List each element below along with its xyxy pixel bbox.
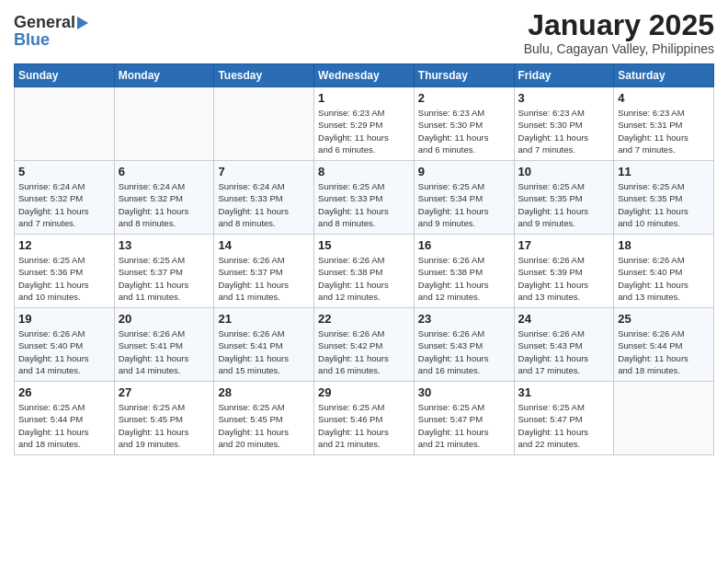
logo-arrow-icon <box>77 17 88 29</box>
day-info: Sunrise: 6:26 AM Sunset: 5:44 PM Dayligh… <box>618 327 710 376</box>
day-number: 19 <box>18 312 110 326</box>
day-info: Sunrise: 6:25 AM Sunset: 5:36 PM Dayligh… <box>18 254 110 303</box>
calendar-cell: 29Sunrise: 6:25 AM Sunset: 5:46 PM Dayli… <box>314 382 415 455</box>
calendar-cell: 2Sunrise: 6:23 AM Sunset: 5:30 PM Daylig… <box>414 87 514 161</box>
calendar-cell: 27Sunrise: 6:25 AM Sunset: 5:45 PM Dayli… <box>114 382 214 455</box>
day-info: Sunrise: 6:24 AM Sunset: 5:33 PM Dayligh… <box>218 180 310 229</box>
day-info: Sunrise: 6:26 AM Sunset: 5:41 PM Dayligh… <box>119 327 210 376</box>
day-number: 28 <box>218 385 310 399</box>
calendar-week-row: 12Sunrise: 6:25 AM Sunset: 5:36 PM Dayli… <box>15 235 714 308</box>
calendar-header-row: SundayMondayTuesdayWednesdayThursdayFrid… <box>15 64 714 87</box>
day-number: 7 <box>218 165 310 178</box>
day-number: 14 <box>218 238 310 252</box>
calendar-cell: 25Sunrise: 6:26 AM Sunset: 5:44 PM Dayli… <box>614 308 714 382</box>
title-block: January 2025 Bulu, Cagayan Valley, Phili… <box>524 9 714 56</box>
calendar-week-row: 26Sunrise: 6:25 AM Sunset: 5:44 PM Dayli… <box>15 382 714 455</box>
day-number: 3 <box>518 91 610 105</box>
calendar-cell: 28Sunrise: 6:25 AM Sunset: 5:45 PM Dayli… <box>214 382 314 455</box>
day-of-week-header: Tuesday <box>214 64 314 87</box>
day-info: Sunrise: 6:24 AM Sunset: 5:32 PM Dayligh… <box>119 180 210 229</box>
day-of-week-header: Sunday <box>15 64 115 87</box>
day-number: 26 <box>18 385 110 399</box>
calendar-cell: 26Sunrise: 6:25 AM Sunset: 5:44 PM Dayli… <box>15 382 115 455</box>
day-of-week-header: Wednesday <box>314 64 415 87</box>
calendar-cell: 18Sunrise: 6:26 AM Sunset: 5:40 PM Dayli… <box>614 235 714 308</box>
calendar-cell: 16Sunrise: 6:26 AM Sunset: 5:38 PM Dayli… <box>414 235 514 308</box>
day-number: 15 <box>318 238 410 252</box>
day-of-week-header: Thursday <box>414 64 514 87</box>
day-info: Sunrise: 6:25 AM Sunset: 5:34 PM Dayligh… <box>418 180 510 229</box>
calendar-cell: 23Sunrise: 6:26 AM Sunset: 5:43 PM Dayli… <box>414 308 514 382</box>
calendar-cell <box>15 87 115 161</box>
calendar-cell: 9Sunrise: 6:25 AM Sunset: 5:34 PM Daylig… <box>414 161 514 235</box>
calendar-cell: 22Sunrise: 6:26 AM Sunset: 5:42 PM Dayli… <box>314 308 415 382</box>
day-number: 13 <box>119 238 210 252</box>
day-number: 11 <box>618 165 710 178</box>
day-info: Sunrise: 6:23 AM Sunset: 5:30 PM Dayligh… <box>518 107 610 155</box>
day-number: 25 <box>618 312 710 326</box>
day-info: Sunrise: 6:26 AM Sunset: 5:40 PM Dayligh… <box>618 254 710 303</box>
calendar-cell: 11Sunrise: 6:25 AM Sunset: 5:35 PM Dayli… <box>614 161 714 235</box>
day-number: 2 <box>418 91 510 105</box>
day-number: 16 <box>418 238 510 252</box>
calendar-cell: 14Sunrise: 6:26 AM Sunset: 5:37 PM Dayli… <box>214 235 314 308</box>
day-info: Sunrise: 6:25 AM Sunset: 5:37 PM Dayligh… <box>119 254 210 303</box>
calendar-cell <box>614 382 714 455</box>
day-number: 1 <box>318 91 410 105</box>
calendar-cell: 31Sunrise: 6:25 AM Sunset: 5:47 PM Dayli… <box>514 382 614 455</box>
day-number: 9 <box>418 165 510 178</box>
day-info: Sunrise: 6:26 AM Sunset: 5:43 PM Dayligh… <box>518 327 610 376</box>
day-info: Sunrise: 6:26 AM Sunset: 5:43 PM Dayligh… <box>418 327 510 376</box>
day-of-week-header: Friday <box>514 64 614 87</box>
day-info: Sunrise: 6:25 AM Sunset: 5:45 PM Dayligh… <box>119 401 210 450</box>
calendar-week-row: 5Sunrise: 6:24 AM Sunset: 5:32 PM Daylig… <box>15 161 714 235</box>
day-number: 27 <box>119 385 210 399</box>
day-info: Sunrise: 6:23 AM Sunset: 5:29 PM Dayligh… <box>318 107 410 155</box>
calendar-cell: 21Sunrise: 6:26 AM Sunset: 5:41 PM Dayli… <box>214 308 314 382</box>
day-number: 22 <box>318 312 410 326</box>
day-number: 24 <box>518 312 610 326</box>
calendar-cell: 30Sunrise: 6:25 AM Sunset: 5:47 PM Dayli… <box>414 382 514 455</box>
calendar-cell: 19Sunrise: 6:26 AM Sunset: 5:40 PM Dayli… <box>15 308 115 382</box>
calendar-cell: 10Sunrise: 6:25 AM Sunset: 5:35 PM Dayli… <box>514 161 614 235</box>
day-info: Sunrise: 6:25 AM Sunset: 5:33 PM Dayligh… <box>318 180 410 229</box>
logo-general-text: General <box>14 13 75 32</box>
calendar-cell: 4Sunrise: 6:23 AM Sunset: 5:31 PM Daylig… <box>614 87 714 161</box>
day-info: Sunrise: 6:26 AM Sunset: 5:37 PM Dayligh… <box>218 254 310 303</box>
day-number: 18 <box>618 238 710 252</box>
day-number: 12 <box>18 238 110 252</box>
day-number: 8 <box>318 165 410 178</box>
day-info: Sunrise: 6:25 AM Sunset: 5:47 PM Dayligh… <box>418 401 510 450</box>
calendar-week-row: 1Sunrise: 6:23 AM Sunset: 5:29 PM Daylig… <box>15 87 714 161</box>
day-number: 29 <box>318 385 410 399</box>
calendar-cell: 20Sunrise: 6:26 AM Sunset: 5:41 PM Dayli… <box>114 308 214 382</box>
day-number: 6 <box>119 165 210 178</box>
calendar-cell: 24Sunrise: 6:26 AM Sunset: 5:43 PM Dayli… <box>514 308 614 382</box>
day-of-week-header: Monday <box>114 64 214 87</box>
day-info: Sunrise: 6:26 AM Sunset: 5:40 PM Dayligh… <box>18 327 110 376</box>
day-info: Sunrise: 6:25 AM Sunset: 5:46 PM Dayligh… <box>318 401 410 450</box>
calendar-title: January 2025 <box>524 9 714 41</box>
day-number: 23 <box>418 312 510 326</box>
calendar-cell: 12Sunrise: 6:25 AM Sunset: 5:36 PM Dayli… <box>15 235 115 308</box>
day-info: Sunrise: 6:25 AM Sunset: 5:44 PM Dayligh… <box>18 401 110 450</box>
day-number: 21 <box>218 312 310 326</box>
logo-blue-text: Blue <box>14 30 50 50</box>
day-info: Sunrise: 6:25 AM Sunset: 5:47 PM Dayligh… <box>518 401 610 450</box>
day-info: Sunrise: 6:26 AM Sunset: 5:38 PM Dayligh… <box>418 254 510 303</box>
calendar-week-row: 19Sunrise: 6:26 AM Sunset: 5:40 PM Dayli… <box>15 308 714 382</box>
day-info: Sunrise: 6:25 AM Sunset: 5:35 PM Dayligh… <box>518 180 610 229</box>
calendar-cell: 5Sunrise: 6:24 AM Sunset: 5:32 PM Daylig… <box>15 161 115 235</box>
calendar-cell: 15Sunrise: 6:26 AM Sunset: 5:38 PM Dayli… <box>314 235 415 308</box>
day-number: 17 <box>518 238 610 252</box>
day-info: Sunrise: 6:24 AM Sunset: 5:32 PM Dayligh… <box>18 180 110 229</box>
day-info: Sunrise: 6:23 AM Sunset: 5:31 PM Dayligh… <box>618 107 710 155</box>
day-number: 20 <box>119 312 210 326</box>
calendar-cell: 1Sunrise: 6:23 AM Sunset: 5:29 PM Daylig… <box>314 87 415 161</box>
calendar-cell: 3Sunrise: 6:23 AM Sunset: 5:30 PM Daylig… <box>514 87 614 161</box>
calendar-cell <box>114 87 214 161</box>
day-info: Sunrise: 6:25 AM Sunset: 5:35 PM Dayligh… <box>618 180 710 229</box>
calendar-cell <box>214 87 314 161</box>
day-number: 10 <box>518 165 610 178</box>
calendar-subtitle: Bulu, Cagayan Valley, Philippines <box>524 41 714 56</box>
